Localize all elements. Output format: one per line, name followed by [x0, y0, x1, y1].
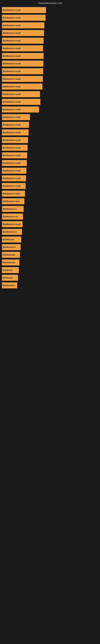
bar-row: Bottlenec	[2, 266, 98, 274]
bars-container: Bottleneck result52.6Bottleneck result52…	[0, 6, 100, 290]
bar-11: Bottleneck result48.9	[2, 91, 40, 97]
bar-value-9: 50.7	[44, 78, 49, 80]
bar-28: Bottleneck result	[2, 221, 23, 227]
bar-wrap: Bottleneck result	[2, 175, 26, 181]
bar-wrap: Bottleneck result	[2, 145, 28, 151]
bar-row: Bottleneck result51.2	[2, 37, 98, 44]
bar-23: Bottleneck result	[2, 183, 26, 189]
bar-label-24: Bottleneck resul	[3, 192, 20, 195]
bar-32: Bottlenecks	[2, 252, 20, 258]
bar-27: Bottleneck res	[2, 214, 23, 220]
bar-value-0: 52.6	[47, 9, 51, 12]
bar-15: Bottleneck result	[2, 122, 29, 128]
bar-34: Bottlenec	[2, 267, 19, 273]
bar-13: Bottleneck result48.1	[2, 106, 39, 112]
bar-value-7: 51.1	[44, 62, 49, 65]
bar-label-25: Bottleneck resu	[3, 200, 19, 202]
bar-label-19: Bottleneck result	[3, 154, 21, 156]
bar-9: Bottleneck result50.7	[2, 76, 43, 82]
bar-value-5: 50.9	[44, 47, 49, 50]
bar-wrap: Bottleneck result52.4	[2, 15, 46, 21]
bar-row: Bottleneck result	[2, 220, 98, 228]
bar-wrap: Bottlenecks	[2, 260, 19, 266]
bar-label-20: Bottleneck result	[3, 162, 21, 164]
bar-wrap: Bottleneck res	[2, 214, 23, 220]
bar-wrap: Bottleneck result	[2, 221, 23, 227]
bar-wrap: Bottleneck result	[2, 114, 30, 120]
bar-label-0: Bottleneck result	[3, 9, 21, 11]
bar-24: Bottleneck resul	[2, 190, 25, 196]
bar-label-35: Bottlenec	[3, 276, 13, 279]
bar-12: Bottleneck result49.2	[2, 99, 40, 105]
bar-label-27: Bottleneck res	[3, 215, 18, 218]
bar-wrap: Bottleneck resu	[2, 198, 24, 204]
bar-label-13: Bottleneck result	[3, 108, 21, 111]
bar-value-12: 49.2	[41, 100, 46, 103]
bar-8: Bottleneck result51	[2, 68, 43, 74]
bar-row: Bottleneck	[2, 236, 98, 243]
bar-label-34: Bottlenec	[3, 269, 13, 271]
bar-row: Bottleneck result	[2, 121, 98, 128]
bar-26: Bottleneck re	[2, 206, 24, 212]
site-title: TheBottlenecker.com	[38, 2, 62, 5]
bar-row: Bottlenec	[2, 274, 98, 282]
bar-row: Bottlenecks	[2, 251, 98, 258]
bar-row: Bottleneck result52.6	[2, 6, 98, 14]
bar-label-1: Bottleneck result	[3, 16, 21, 19]
bar-label-2: Bottleneck result	[3, 24, 21, 26]
bar-row: Bottleneck r	[2, 282, 98, 289]
bar-label-6: Bottleneck result	[3, 55, 21, 57]
bar-label-4: Bottleneck result	[3, 40, 21, 42]
bar-5: Bottleneck result50.9	[2, 45, 43, 51]
bar-wrap: Bottleneck result	[2, 122, 29, 128]
bar-wrap: Bottlenec	[2, 275, 18, 281]
bar-row: Bottleneck result	[2, 136, 98, 144]
bar-row: Bottleneck result	[2, 113, 98, 121]
bar-row: Bottleneck result52.4	[2, 14, 98, 22]
bar-label-32: Bottlenecks	[3, 254, 15, 256]
bar-10: Bottleneck result50.5	[2, 84, 42, 90]
bar-label-21: Bottleneck result	[3, 170, 21, 172]
bar-29: Bottleneck re	[2, 229, 22, 235]
bar-wrap: Bottleneck result51.5	[2, 30, 44, 36]
bar-row: Bottleneck re	[2, 228, 98, 236]
bar-row: Bottleneck result51	[2, 68, 98, 75]
bar-25: Bottleneck resu	[2, 198, 24, 204]
bar-label-7: Bottleneck result	[3, 62, 21, 65]
bar-30: Bottleneck	[2, 236, 21, 242]
bar-wrap: Bottleneck s	[2, 244, 21, 250]
bar-wrap: Bottleneck result51	[2, 68, 43, 74]
bar-3: Bottleneck result51.5	[2, 30, 44, 36]
bar-wrap: Bottlenec	[2, 267, 19, 273]
bar-35: Bottlenec	[2, 275, 18, 281]
bar-wrap: Bottleneck result	[2, 183, 26, 189]
bar-label-26: Bottleneck re	[3, 208, 17, 210]
bar-value-2: 51.8	[46, 24, 50, 27]
bar-0: Bottleneck result52.6	[2, 7, 46, 13]
bar-label-22: Bottleneck result	[3, 177, 21, 180]
bar-row: Bottleneck result	[2, 128, 98, 136]
bar-wrap: Bottleneck result50.9	[2, 45, 43, 51]
bar-row: Bottleneck resu	[2, 198, 98, 205]
bar-row: Bottleneck res	[2, 213, 98, 220]
bar-1: Bottleneck result52.4	[2, 15, 46, 21]
bar-row: Bottleneck result50.5	[2, 83, 98, 90]
bar-row: Bottleneck result48.1	[2, 106, 98, 113]
bar-row: Bottleneck result51.8	[2, 22, 98, 29]
bar-wrap: Bottleneck result49.2	[2, 99, 40, 105]
bar-wrap: Bottleneck result50.7	[2, 76, 43, 82]
bar-label-30: Bottleneck	[3, 238, 14, 241]
bar-wrap: Bottleneck result	[2, 130, 29, 136]
bar-row: Bottleneck re	[2, 205, 98, 213]
bar-row: Bottleneck result51.3	[2, 52, 98, 60]
bar-label-15: Bottleneck result	[3, 124, 21, 126]
bar-label-10: Bottleneck result	[3, 85, 21, 88]
bar-wrap: Bottlenecks	[2, 252, 20, 258]
bar-label-5: Bottleneck result	[3, 47, 21, 50]
bar-label-23: Bottleneck result	[3, 185, 21, 187]
bar-wrap: Bottleneck result	[2, 152, 27, 158]
bar-label-9: Bottleneck result	[3, 78, 21, 80]
bar-row: Bottleneck result	[2, 167, 98, 174]
bar-21: Bottleneck result	[2, 168, 26, 174]
bar-wrap: Bottleneck r	[2, 282, 17, 288]
